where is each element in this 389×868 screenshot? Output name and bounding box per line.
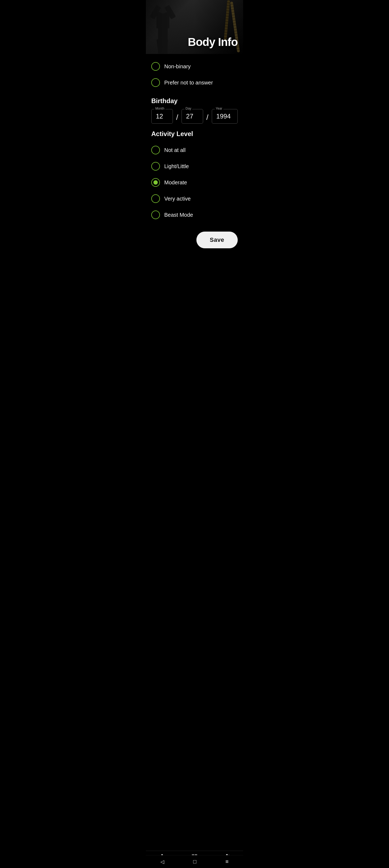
month-value: 12: [156, 113, 163, 120]
day-label: Day: [185, 106, 192, 111]
label-beast-mode: Beast Mode: [164, 212, 193, 218]
gender-section: Non-binary Prefer not to answer: [151, 58, 238, 91]
android-menu-button[interactable]: ≡: [220, 858, 234, 866]
activity-light[interactable]: Light/Little: [151, 158, 238, 174]
label-light: Light/Little: [164, 163, 189, 169]
month-field[interactable]: Month 12: [151, 109, 173, 124]
activity-section: Activity Level Not at all Light/Little M…: [151, 130, 238, 223]
day-field[interactable]: Day 27: [182, 109, 203, 124]
android-home-button[interactable]: □: [188, 858, 202, 866]
radio-beast-mode[interactable]: [151, 211, 160, 219]
label-non-binary: Non-binary: [164, 63, 191, 70]
android-back-button[interactable]: ◁: [155, 858, 170, 866]
activity-heading: Activity Level: [151, 130, 238, 138]
radio-light[interactable]: [151, 162, 160, 170]
label-prefer-not: Prefer not to answer: [164, 80, 213, 86]
radio-moderate[interactable]: [151, 178, 160, 187]
radio-prefer-not[interactable]: [151, 78, 160, 87]
activity-beast-mode[interactable]: Beast Mode: [151, 207, 238, 223]
save-row: Save: [151, 231, 238, 248]
activity-very-active[interactable]: Very active: [151, 191, 238, 207]
date-sep-2: /: [205, 113, 210, 122]
radio-very-active[interactable]: [151, 194, 160, 203]
day-value: 27: [186, 113, 193, 120]
header: Body Info: [146, 0, 243, 54]
year-label: Year: [215, 106, 223, 111]
label-very-active: Very active: [164, 196, 191, 202]
date-sep-1: /: [175, 113, 179, 122]
radio-not-at-all[interactable]: [151, 146, 160, 154]
page-title: Body Info: [188, 36, 238, 49]
label-moderate: Moderate: [164, 180, 187, 186]
year-value: 1994: [216, 113, 231, 120]
label-not-at-all: Not at all: [164, 147, 186, 153]
main-content: Non-binary Prefer not to answer Birthday…: [146, 54, 243, 259]
birthday-heading: Birthday: [151, 97, 238, 105]
activity-moderate[interactable]: Moderate: [151, 174, 238, 191]
month-label: Month: [154, 106, 165, 111]
birthday-section: Birthday Month 12 / Day 27 / Year 1994: [151, 97, 238, 124]
gender-non-binary[interactable]: Non-binary: [151, 58, 238, 74]
year-field[interactable]: Year 1994: [212, 109, 238, 124]
birthday-row: Month 12 / Day 27 / Year 1994: [151, 109, 238, 124]
radio-non-binary[interactable]: [151, 62, 160, 71]
save-button[interactable]: Save: [196, 231, 238, 248]
gender-prefer-not[interactable]: Prefer not to answer: [151, 74, 238, 91]
activity-not-at-all[interactable]: Not at all: [151, 142, 238, 158]
